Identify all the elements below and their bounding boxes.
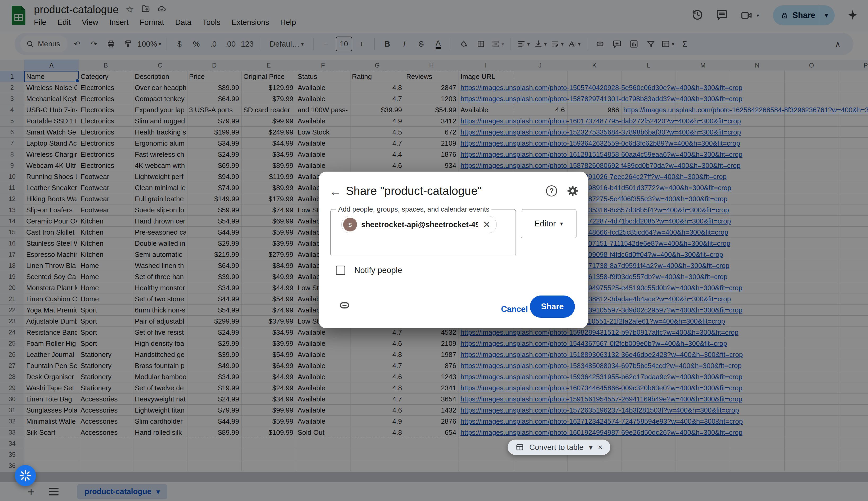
copy-link-icon[interactable] — [339, 299, 351, 312]
add-people-field[interactable]: Add people, groups, spaces, and calendar… — [331, 209, 516, 256]
table-icon — [516, 443, 524, 451]
recipient-chip[interactable]: s sheetrocket-api@sheetrocket-49121… ✕ — [341, 216, 497, 233]
settings-gear-icon[interactable] — [567, 185, 579, 198]
extension-badge-button[interactable] — [15, 465, 36, 486]
notify-people-label: Notify people — [354, 266, 402, 275]
help-icon[interactable]: ? — [546, 185, 557, 196]
back-arrow-icon[interactable]: ← — [329, 184, 341, 199]
convert-to-table-toast[interactable]: Convert to table ▾ × — [507, 439, 610, 455]
role-select[interactable]: Editor ▾ — [521, 209, 577, 238]
share-dialog-title: Share "product-catalogue" — [346, 184, 482, 198]
dialog-share-button[interactable]: Share — [530, 296, 575, 318]
notify-people-checkbox[interactable] — [336, 266, 345, 275]
recipient-email: sheetrocket-api@sheetrocket-49121… — [361, 220, 478, 229]
dismiss-convert-icon[interactable]: × — [598, 443, 602, 452]
share-dialog: ← Share "product-catalogue" ? Add people… — [319, 172, 588, 328]
sunburst-icon — [19, 469, 32, 482]
remove-chip-icon[interactable]: ✕ — [483, 219, 491, 230]
add-people-label: Add people, groups, spaces, and calendar… — [336, 205, 492, 213]
convert-options-caret[interactable]: ▾ — [589, 443, 593, 452]
avatar: s — [343, 218, 357, 232]
